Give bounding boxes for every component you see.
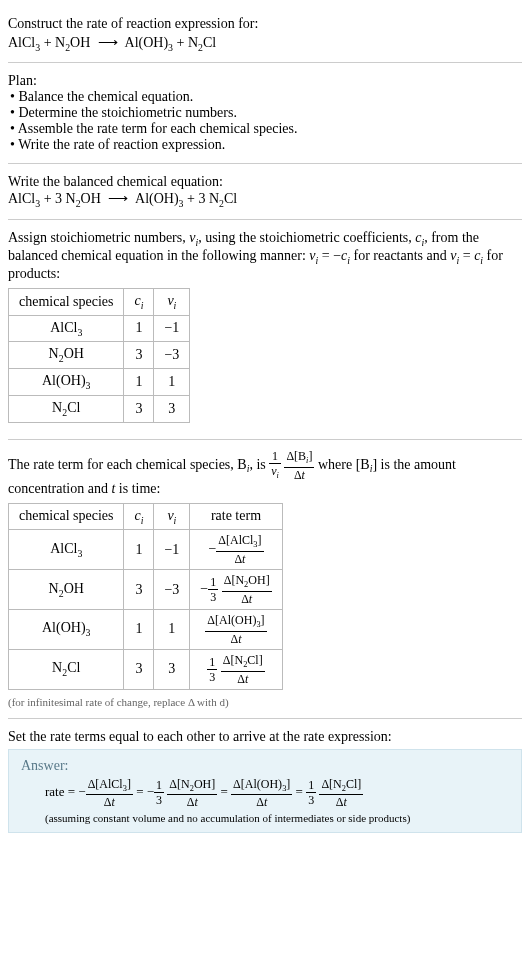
col-ci: ci (124, 288, 154, 315)
answer-label: Answer: (21, 758, 509, 774)
cell-vi: −1 (154, 315, 190, 342)
col-vi: νi (154, 503, 190, 530)
table-row: N2Cl 3 3 13 Δ[N2Cl]Δt (9, 649, 283, 689)
divider (8, 439, 522, 440)
balanced-equation: AlCl3 + 3 N2OH ⟶ Al(OH)3 + 3 N2Cl (8, 190, 522, 209)
cell-ci: 1 (124, 609, 154, 649)
cell-ci: 1 (124, 315, 154, 342)
table-header-row: chemical species ci νi (9, 288, 190, 315)
plan-section: Plan: • Balance the chemical equation. •… (8, 67, 522, 159)
cell-rate: −13 Δ[N2OH]Δt (190, 570, 282, 610)
col-species: chemical species (9, 288, 124, 315)
cell-vi: 1 (154, 369, 190, 396)
cell-ci: 3 (124, 342, 154, 369)
prompt-title: Construct the rate of reaction expressio… (8, 14, 522, 34)
cell-species: N2OH (9, 570, 124, 610)
cell-rate: 13 Δ[N2Cl]Δt (190, 649, 282, 689)
infinitesimal-note: (for infinitesimal rate of change, repla… (8, 696, 522, 708)
plan-item-text: Balance the chemical equation. (18, 89, 193, 104)
cell-vi: 3 (154, 395, 190, 422)
divider (8, 163, 522, 164)
cell-species: Al(OH)3 (9, 609, 124, 649)
answer-rate-expression: rate = −Δ[AlCl3]Δt = −13 Δ[N2OH]Δt = Δ[A… (45, 778, 509, 809)
cell-vi: −3 (154, 342, 190, 369)
col-ci: ci (124, 503, 154, 530)
cell-species: N2Cl (9, 395, 124, 422)
plan-item: • Write the rate of reaction expression. (10, 137, 522, 153)
cell-species: N2Cl (9, 649, 124, 689)
table-row: N2Cl 3 3 (9, 395, 190, 422)
balanced-heading: Write the balanced chemical equation: (8, 174, 522, 190)
cell-species: N2OH (9, 342, 124, 369)
cell-vi: 1 (154, 609, 190, 649)
table-row: Al(OH)3 1 1 (9, 369, 190, 396)
final-section: Set the rate terms equal to each other t… (8, 723, 522, 840)
rate-term-table: chemical species ci νi rate term AlCl3 1… (8, 503, 283, 690)
cell-ci: 3 (124, 649, 154, 689)
table-row: Al(OH)3 1 1 Δ[Al(OH)3]Δt (9, 609, 283, 649)
cell-species: AlCl3 (9, 315, 124, 342)
divider (8, 219, 522, 220)
cell-ci: 3 (124, 395, 154, 422)
divider (8, 62, 522, 63)
cell-vi: −3 (154, 570, 190, 610)
plan-item: • Determine the stoichiometric numbers. (10, 105, 522, 121)
stoich-section: Assign stoichiometric numbers, νi, using… (8, 224, 522, 435)
answer-assumption: (assuming constant volume and no accumul… (45, 812, 509, 824)
col-vi: νi (154, 288, 190, 315)
col-rate: rate term (190, 503, 282, 530)
cell-rate: −Δ[AlCl3]Δt (190, 530, 282, 570)
answer-box: Answer: rate = −Δ[AlCl3]Δt = −13 Δ[N2OH]… (8, 749, 522, 834)
cell-species: AlCl3 (9, 530, 124, 570)
cell-vi: −1 (154, 530, 190, 570)
cell-ci: 1 (124, 530, 154, 570)
table-header-row: chemical species ci νi rate term (9, 503, 283, 530)
divider (8, 718, 522, 719)
cell-ci: 3 (124, 570, 154, 610)
cell-vi: 3 (154, 649, 190, 689)
balanced-section: Write the balanced chemical equation: Al… (8, 168, 522, 215)
stoich-table: chemical species ci νi AlCl3 1 −1 N2OH 3… (8, 288, 190, 423)
col-species: chemical species (9, 503, 124, 530)
plan-item-text: Assemble the rate term for each chemical… (18, 121, 298, 136)
prompt-section: Construct the rate of reaction expressio… (8, 8, 522, 58)
final-heading: Set the rate terms equal to each other t… (8, 729, 522, 745)
rate-term-text: The rate term for each chemical species,… (8, 450, 522, 497)
unbalanced-equation: AlCl3 + N2OH ⟶ Al(OH)3 + N2Cl (8, 34, 522, 53)
cell-species: Al(OH)3 (9, 369, 124, 396)
plan-heading: Plan: (8, 73, 522, 89)
table-row: N2OH 3 −3 −13 Δ[N2OH]Δt (9, 570, 283, 610)
plan-item-text: Determine the stoichiometric numbers. (18, 105, 237, 120)
cell-ci: 1 (124, 369, 154, 396)
plan-item: • Balance the chemical equation. (10, 89, 522, 105)
table-row: AlCl3 1 −1 −Δ[AlCl3]Δt (9, 530, 283, 570)
stoich-text: Assign stoichiometric numbers, νi, using… (8, 230, 522, 282)
table-row: N2OH 3 −3 (9, 342, 190, 369)
plan-item: • Assemble the rate term for each chemic… (10, 121, 522, 137)
plan-item-text: Write the rate of reaction expression. (18, 137, 225, 152)
cell-rate: Δ[Al(OH)3]Δt (190, 609, 282, 649)
table-row: AlCl3 1 −1 (9, 315, 190, 342)
rate-term-section: The rate term for each chemical species,… (8, 444, 522, 714)
